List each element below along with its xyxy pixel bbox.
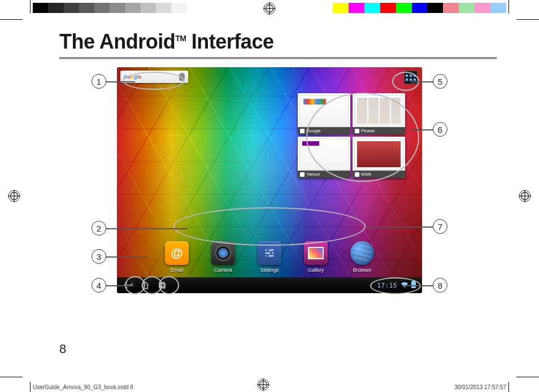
browser-bookmarks-widget[interactable]: Google Picasa Yahoo! MSN [298, 93, 405, 178]
voice-search-icon[interactable] [179, 73, 185, 81]
registration-mark-left [8, 190, 20, 202]
tablet-screenshot: Google Google Picasa Yahoo! [117, 67, 422, 293]
svg-rect-22 [159, 282, 164, 287]
callout-6: 6 [433, 122, 447, 137]
svg-point-20 [270, 252, 272, 254]
printer-color-bar [317, 3, 506, 13]
page-title: The AndroidTM Interface [59, 30, 508, 54]
bookmark-picasa[interactable]: Picasa [353, 93, 405, 134]
svg-rect-17 [266, 252, 274, 254]
callout-8: 8 [433, 278, 447, 293]
registration-mark-top [263, 2, 276, 15]
system-navbar: 17:15 [117, 277, 422, 293]
bookmark-msn[interactable]: MSN [353, 137, 405, 178]
recent-apps-button[interactable] [154, 279, 170, 291]
slug-line: UserGuide_Arnova_90_G3_book.indd 8 30/01… [33, 384, 506, 390]
title-subrule [59, 59, 497, 59]
svg-rect-23 [160, 284, 165, 288]
gallery-icon [304, 241, 328, 265]
home-button[interactable] [137, 279, 153, 291]
svg-point-19 [267, 249, 269, 251]
callout-4: 4 [92, 278, 106, 293]
bookmark-yahoo[interactable]: Yahoo! [298, 137, 350, 178]
callout-2: 2 [92, 221, 106, 236]
browser-icon [350, 241, 374, 265]
callout-7: 7 [433, 219, 447, 234]
svg-rect-16 [266, 250, 274, 251]
google-logo: Google [124, 74, 141, 80]
email-icon [165, 241, 189, 265]
printer-grayscale-bar [33, 3, 202, 13]
page-content: The AndroidTM Interface 1 2 3 4 5 6 7 8 [31, 20, 508, 364]
app-camera[interactable]: Camera [206, 241, 240, 273]
svg-rect-25 [411, 281, 416, 288]
registration-mark-right [519, 190, 531, 202]
slug-timestamp: 30/01/2013 17:57:57 [454, 384, 506, 390]
svg-point-21 [267, 255, 269, 257]
status-clock[interactable]: 17:15 [377, 282, 397, 289]
settings-icon [258, 241, 281, 265]
slug-filename: UserGuide_Arnova_90_G3_book.indd 8 [33, 384, 133, 390]
page-number: 8 [59, 342, 66, 356]
svg-rect-24 [412, 280, 415, 281]
bookmark-google[interactable]: Google [298, 93, 350, 134]
callout-1: 1 [92, 74, 106, 89]
callout-3: 3 [92, 249, 106, 264]
app-email[interactable]: Email [160, 241, 194, 273]
app-dock: Email Camera Settings Gallery [160, 241, 379, 273]
figure: 1 2 3 4 5 6 7 8 Google Google Picasa [89, 67, 450, 310]
app-browser[interactable]: Browser [345, 241, 379, 273]
callout-5: 5 [433, 74, 447, 89]
app-gallery[interactable]: Gallery [299, 241, 333, 273]
app-settings[interactable]: Settings [253, 241, 286, 273]
camera-icon [211, 241, 235, 265]
